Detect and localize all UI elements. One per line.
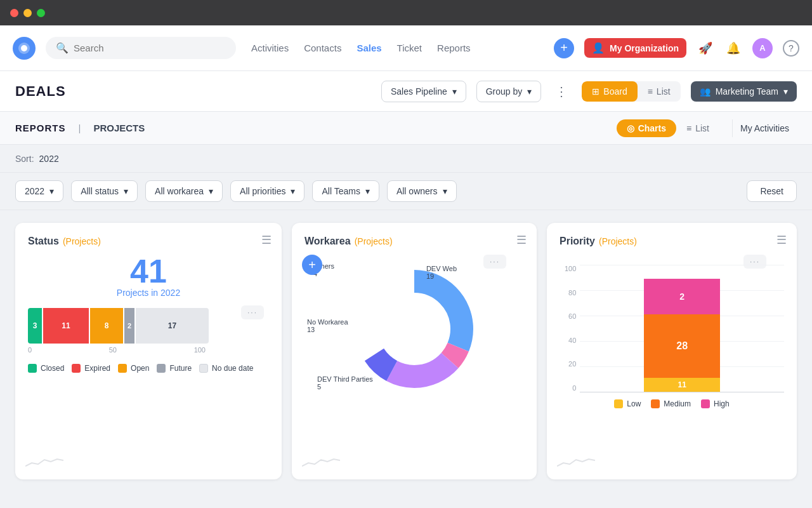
nav-contacts[interactable]: Contacts: [304, 43, 341, 53]
search-icon: 🔍: [56, 42, 69, 54]
charts-icon: ◎: [627, 123, 634, 133]
organization-button[interactable]: 👤 My Organization: [584, 38, 686, 58]
status-filter[interactable]: Alll status ▾: [71, 180, 138, 202]
reset-button[interactable]: Reset: [747, 180, 797, 202]
add-button[interactable]: +: [554, 38, 574, 58]
y-0: 0: [572, 384, 576, 392]
axis-100: 100: [194, 346, 206, 354]
list-label: List: [695, 123, 709, 133]
legend-dot-closed: [28, 364, 37, 373]
deals-bar: DEALS Sales Pipeline ▾ Group by ▾ ⋮ ⊞ Bo…: [0, 71, 812, 112]
legend-dot-low: [614, 399, 623, 408]
teams-filter[interactable]: All Teams ▾: [312, 180, 379, 202]
more-options-button[interactable]: ⋮: [551, 81, 572, 102]
workarea-add-button[interactable]: +: [302, 255, 322, 275]
legend-label-open: Open: [131, 364, 149, 373]
projects-label: PROJECTS: [93, 123, 145, 133]
pipeline-label: Sales Pipeline: [391, 86, 447, 97]
help-icon[interactable]: ?: [783, 40, 799, 57]
priority-chart-area: 11 28 2: [580, 265, 784, 392]
my-activities-button[interactable]: My Activities: [732, 119, 797, 137]
priority-bar-area: 100 80 60 40 20 0: [560, 257, 784, 392]
main-nav: Activities Contacts Sales Ticket Reports: [251, 43, 471, 53]
legend-label-nodue: No due date: [212, 364, 253, 373]
search-bar[interactable]: 🔍: [46, 37, 236, 59]
legend-label-low: Low: [627, 399, 641, 408]
workarea-chart-subtitle: (Projects): [355, 236, 393, 246]
groupby-label: Group by: [486, 86, 523, 97]
maximize-button[interactable]: [37, 9, 45, 17]
close-button[interactable]: [10, 9, 18, 17]
nav-reports[interactable]: Reports: [437, 43, 471, 53]
explore-icon[interactable]: 🚀: [697, 39, 714, 57]
board-view-button[interactable]: ⊞ Board: [582, 81, 637, 102]
axis-0: 0: [28, 346, 32, 354]
status-more-btn[interactable]: ···: [241, 305, 264, 319]
legend-future: Future: [157, 364, 192, 373]
team-button[interactable]: 👥 Marketing Team ▾: [691, 81, 797, 102]
workarea-chart: Workarea (Projects) ☰ + ···: [292, 223, 537, 479]
status-chart-menu[interactable]: ☰: [261, 233, 272, 247]
donut-svg: [332, 262, 497, 396]
workarea-chart-menu[interactable]: ☰: [516, 233, 527, 247]
grid-line-0: [580, 392, 784, 392]
bar-nodue: 17: [136, 308, 209, 344]
svg-point-1: [21, 45, 27, 51]
y-60: 60: [568, 312, 576, 320]
charts-button[interactable]: ◎ Charts: [617, 119, 676, 137]
legend-open: Open: [118, 364, 149, 373]
priority-chart-title: Priority: [560, 236, 595, 247]
y-20: 20: [568, 360, 576, 368]
bar-closed: 3: [28, 308, 42, 344]
year-chevron: ▾: [49, 186, 54, 196]
filters-bar: 2022 ▾ Alll status ▾ All workarea ▾ All …: [0, 173, 812, 210]
legend-label-medium: Medium: [664, 399, 691, 408]
workarea-filter[interactable]: All workarea ▾: [145, 180, 223, 202]
y-40: 40: [568, 337, 576, 344]
legend-label-high: High: [714, 399, 730, 408]
priorities-chevron: ▾: [291, 186, 295, 196]
legend-label-expired: Expired: [84, 364, 110, 373]
nav-ticket[interactable]: Ticket: [397, 43, 422, 53]
groupby-select[interactable]: Group by ▾: [476, 81, 542, 102]
list-button[interactable]: ≡ List: [679, 119, 717, 137]
nav-activities[interactable]: Activities: [251, 43, 289, 53]
minimize-button[interactable]: [23, 9, 32, 17]
legend-dot-expired: [72, 364, 81, 373]
org-icon: 👤: [592, 42, 605, 54]
priority-legend: Low Medium High: [560, 399, 784, 408]
legend-dot-nodue: [199, 364, 208, 373]
status-chart-subtitle: (Projects): [63, 236, 101, 246]
legend-closed: Closed: [28, 364, 64, 373]
team-chevron: ▾: [783, 86, 788, 97]
list-view-button[interactable]: ≡ List: [638, 81, 681, 102]
bell-icon[interactable]: 🔔: [724, 39, 742, 57]
status-sparkline: [25, 457, 63, 472]
legend-high: High: [701, 399, 730, 408]
owners-filter[interactable]: All owners ▾: [387, 180, 457, 202]
legend-expired: Expired: [72, 364, 110, 373]
priority-bar-high: 2: [644, 279, 720, 314]
legend-dot-open: [118, 364, 127, 373]
search-input[interactable]: [74, 43, 226, 53]
app-logo[interactable]: [13, 37, 36, 60]
charts-label: Charts: [638, 123, 666, 133]
priorities-filter[interactable]: All priorities ▾: [230, 180, 304, 202]
y-100: 100: [565, 265, 576, 272]
bar-expired: 11: [43, 308, 89, 344]
priority-bar-low: 11: [644, 378, 720, 392]
charts-toggle: ◎ Charts ≡ List: [617, 119, 717, 137]
year-filter[interactable]: 2022 ▾: [15, 180, 63, 202]
priorities-value: All priorities: [240, 186, 285, 196]
nav-sales[interactable]: Sales: [357, 43, 381, 53]
avatar[interactable]: A: [752, 38, 773, 58]
teams-value: All Teams: [322, 186, 360, 196]
pipeline-select[interactable]: Sales Pipeline ▾: [381, 81, 466, 102]
grid-line-100: [580, 265, 784, 265]
donut-center: [379, 294, 449, 364]
reports-label: REPORTS: [15, 123, 66, 133]
status-chart: Status (Projects) ☰ 41 Projects in 2022 …: [15, 223, 282, 479]
status-chevron: ▾: [124, 186, 128, 196]
priority-chart-menu[interactable]: ☰: [776, 233, 787, 247]
separator: |: [79, 123, 81, 133]
